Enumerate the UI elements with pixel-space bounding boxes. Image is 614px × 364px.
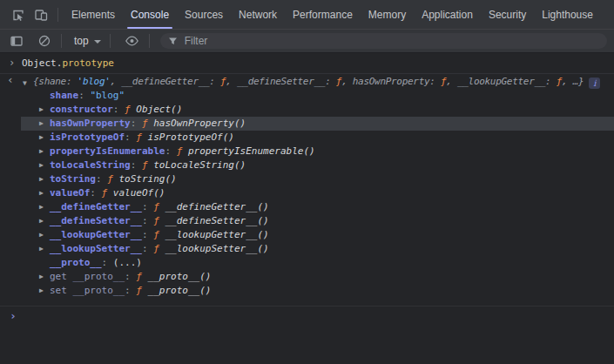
show-console-sidebar-icon[interactable] xyxy=(5,30,28,51)
collapsed-twisty-icon[interactable]: ▶ xyxy=(39,200,50,214)
filter-funnel-icon xyxy=(167,36,179,47)
function-symbol: ƒ xyxy=(107,173,118,185)
property-colon: : xyxy=(125,285,136,296)
tab-security[interactable]: Security xyxy=(481,0,534,29)
collapsed-twisty-icon[interactable]: ▶ xyxy=(39,270,50,284)
context-label: top xyxy=(74,35,89,47)
property-name: propertyIsEnumerable xyxy=(50,145,165,157)
tab-sources[interactable]: Sources xyxy=(177,0,231,29)
console-input-echo: › Object.prototype xyxy=(0,53,614,74)
property-row[interactable]: ▶set __proto__: ƒ __proto__() xyxy=(21,284,614,298)
function-symbol: ƒ xyxy=(142,118,153,129)
property-row[interactable]: ▶valueOf: ƒ valueOf() xyxy=(21,186,614,200)
property-row[interactable]: ▶hasOwnProperty: ƒ hasOwnProperty() xyxy=(21,117,614,131)
echo-property-text: prototype xyxy=(62,57,114,69)
preview-close-brace: } xyxy=(578,76,584,87)
tab-memory[interactable]: Memory xyxy=(361,0,414,29)
collapsed-twisty-icon[interactable]: ▶ xyxy=(39,131,50,145)
collapsed-twisty-icon[interactable]: ▶ xyxy=(39,145,50,158)
preview-key: __lookupGetter__: xyxy=(457,76,557,87)
function-signature: __proto__() xyxy=(148,285,212,296)
function-signature: __proto__() xyxy=(148,271,212,282)
property-name: toString xyxy=(50,173,96,185)
tab-application[interactable]: Application xyxy=(414,0,481,29)
function-symbol: ƒ xyxy=(136,285,147,296)
property-row[interactable]: ▶__lookupGetter__: ƒ __lookupGetter__() xyxy=(21,228,614,242)
property-row[interactable]: __proto__: (...) xyxy=(21,256,614,270)
property-name: toLocaleString xyxy=(50,159,131,171)
collapsed-twisty-icon[interactable]: ▶ xyxy=(39,117,50,131)
property-row[interactable]: ▶toString: ƒ toString() xyxy=(21,172,614,186)
panel-tabs: ElementsConsoleSourcesNetworkPerformance… xyxy=(64,0,601,29)
toolbar-divider xyxy=(149,34,150,48)
function-signature: isPrototypeOf() xyxy=(148,131,234,143)
tab-performance[interactable]: Performance xyxy=(285,0,361,29)
property-name: __lookupGetter__ xyxy=(50,229,142,240)
property-name: isPrototypeOf xyxy=(50,131,125,143)
function-symbol: ƒ xyxy=(136,271,147,282)
function-symbol: ƒ xyxy=(153,229,165,240)
object-preview-row[interactable]: ‹ ▼ {shane: 'blog', __defineGetter__: ƒ,… xyxy=(0,74,614,89)
collapsed-twisty-icon[interactable]: ▶ xyxy=(39,228,50,242)
info-badge-icon[interactable]: i xyxy=(589,78,600,89)
collapsed-twisty-icon[interactable]: ▶ xyxy=(39,158,50,172)
property-colon: : xyxy=(165,145,176,157)
twisty-spacer xyxy=(39,89,50,103)
function-symbol: ƒ xyxy=(153,215,165,226)
property-row[interactable]: ▶__defineGetter__: ƒ __defineGetter__() xyxy=(21,200,614,214)
toggle-device-toolbar-icon[interactable] xyxy=(30,4,52,25)
property-row[interactable]: shane: "blog" xyxy=(21,89,614,103)
input-echo-chevron-icon: › xyxy=(9,56,15,70)
toolbar-divider xyxy=(110,34,111,48)
preview-comma: , xyxy=(341,76,353,87)
devtools-tabbar: ElementsConsoleSourcesNetworkPerformance… xyxy=(0,0,614,30)
tabbar-divider xyxy=(57,8,58,22)
collapsed-twisty-icon[interactable]: ▶ xyxy=(39,242,50,256)
function-signature: __lookupGetter__() xyxy=(165,229,268,240)
property-colon: : xyxy=(78,90,90,101)
tab-elements[interactable]: Elements xyxy=(64,0,123,29)
property-colon: : xyxy=(125,271,136,282)
property-row[interactable]: ▶__lookupSetter__: ƒ __lookupSetter__() xyxy=(21,242,614,256)
collapsed-twisty-icon[interactable]: ▶ xyxy=(39,284,50,298)
collapsed-twisty-icon[interactable]: ▶ xyxy=(39,186,50,200)
object-property-tree: shane: "blog"▶constructor: ƒ Object()▶ha… xyxy=(21,89,614,298)
tab-lighthouse[interactable]: Lighthouse xyxy=(534,0,601,29)
property-row[interactable]: ▶get __proto__: ƒ __proto__() xyxy=(21,270,614,284)
property-row[interactable]: ▶propertyIsEnumerable: ƒ propertyIsEnume… xyxy=(21,145,614,158)
expand-twisty-icon[interactable]: ▼ xyxy=(23,77,33,91)
console-messages: › Object.prototype ‹ ▼ {shane: 'blog', _… xyxy=(0,53,614,324)
property-name: __defineSetter__ xyxy=(50,215,142,226)
tab-network[interactable]: Network xyxy=(231,0,285,29)
preview-key: shane: xyxy=(38,76,77,87)
property-row[interactable]: ▶constructor: ƒ Object() xyxy=(21,103,614,117)
preview-comma: , xyxy=(111,76,122,87)
tab-console[interactable]: Console xyxy=(123,0,177,29)
collapsed-twisty-icon[interactable]: ▶ xyxy=(39,214,50,228)
property-row[interactable]: ▶__defineSetter__: ƒ __defineSetter__() xyxy=(21,214,614,228)
property-colon: : xyxy=(113,104,125,115)
filter-input[interactable] xyxy=(185,35,600,47)
function-signature: __defineSetter__() xyxy=(165,215,268,226)
string-value: "blog" xyxy=(90,90,125,101)
property-colon: : xyxy=(131,118,142,129)
function-symbol: ƒ xyxy=(153,201,165,212)
inspect-element-icon[interactable] xyxy=(7,4,30,25)
collapsed-twisty-icon[interactable]: ▶ xyxy=(39,172,50,186)
preview-key: __defineSetter__: xyxy=(237,76,336,87)
collapsed-twisty-icon[interactable]: ▶ xyxy=(39,103,50,117)
function-symbol: ƒ xyxy=(142,159,153,171)
eye-live-expression-icon[interactable] xyxy=(121,30,144,51)
clear-console-icon[interactable] xyxy=(33,30,56,51)
execution-context-selector[interactable]: top xyxy=(71,35,105,47)
preview-value: 'blog' xyxy=(78,76,111,87)
function-signature: valueOf() xyxy=(113,187,165,199)
console-prompt[interactable]: › xyxy=(0,306,614,324)
accessor-ellipsis[interactable]: (...) xyxy=(113,257,142,268)
property-colon: : xyxy=(131,159,142,171)
preview-comma: , xyxy=(226,76,237,87)
property-row[interactable]: ▶toLocaleString: ƒ toLocaleString() xyxy=(21,158,614,172)
property-row[interactable]: ▶isPrototypeOf: ƒ isPrototypeOf() xyxy=(21,131,614,145)
property-colon: : xyxy=(125,131,136,143)
console-filter-field[interactable] xyxy=(160,33,607,49)
